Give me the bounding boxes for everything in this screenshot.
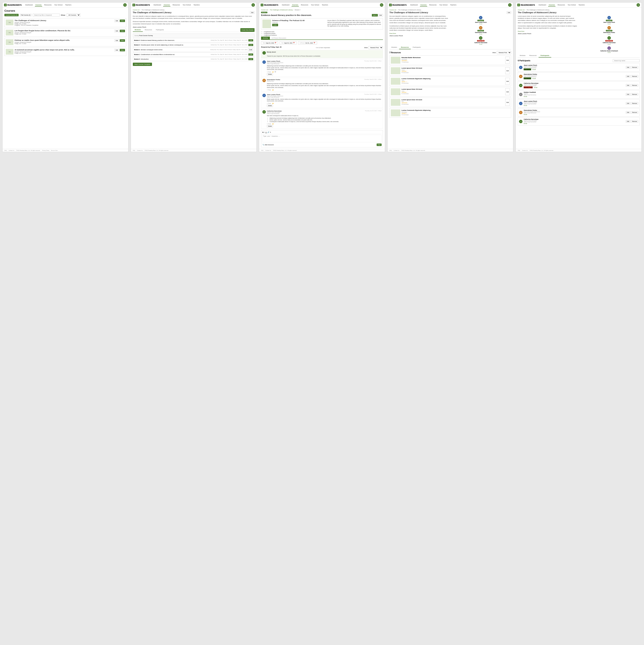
nav-dashboard-5[interactable]: Dashboard [538, 4, 547, 7]
footer-contact-1[interactable]: Contact Us [9, 150, 14, 151]
part-remove-4[interactable]: Remove [631, 102, 638, 104]
part-remove-1[interactable]: Remove [631, 75, 638, 77]
footer-contact-3[interactable]: Contact Us [265, 150, 271, 151]
date-end-3[interactable]: Due Sept 30, 2022 📅 [280, 41, 296, 44]
read-more-4[interactable]: Read More [390, 33, 396, 34]
module-status-0[interactable]: Live [248, 39, 253, 41]
tab-resources-4[interactable]: Resources [399, 46, 411, 49]
podcast-listen-btn[interactable]: Listen [272, 24, 278, 26]
view-btn-1[interactable]: View [120, 30, 125, 32]
search-input-1[interactable] [33, 14, 60, 16]
nav-resources-1[interactable]: Resources [44, 4, 52, 7]
part-edit-3[interactable]: Edit [626, 93, 630, 95]
part-edit-0[interactable]: Edit [626, 66, 630, 68]
like-action-4[interactable]: 👍 [272, 123, 273, 125]
sidebar-link-5-1[interactable]: Email [608, 33, 611, 35]
current-courses-btn[interactable]: Current Courses (4) [4, 14, 19, 16]
nav-dashboard-1[interactable]: Dashboard [25, 4, 33, 7]
breadcrumb-link-2a[interactable]: Course List [133, 9, 140, 11]
nav-resources-2[interactable]: Resources [172, 4, 180, 7]
tab-resources-5[interactable]: Resources [527, 54, 539, 57]
part-remove-5[interactable]: Remove [631, 111, 638, 114]
bc5a[interactable]: Course List [518, 9, 524, 11]
nav-teachers-3[interactable]: Teachers [321, 4, 329, 7]
reply-action-1[interactable]: ↩ Reply [267, 71, 271, 72]
nav-courses-5[interactable]: Courses [548, 4, 556, 7]
tab-inperson-3[interactable]: In-Person Discussion [270, 37, 288, 39]
module-status-3[interactable]: Live [248, 53, 253, 55]
footer-faq-4[interactable]: FAQ [390, 150, 392, 151]
sidebar-link-5-3[interactable]: Email [608, 52, 611, 53]
part-link-1[interactable]: Email [532, 78, 536, 79]
delete-btn-4[interactable]: Delete [267, 125, 273, 128]
part-edit-1[interactable]: Edit [626, 75, 630, 77]
part-edit-2[interactable]: Edit [626, 84, 630, 86]
nav-teachers-2[interactable]: Teachers [193, 4, 200, 7]
tab-participants-4[interactable]: Participants [411, 46, 423, 49]
nav-yourschool-1[interactable]: Your School [54, 4, 63, 7]
show-select-1[interactable]: All Courses [67, 13, 80, 17]
tab-resources-2[interactable]: Resources [143, 28, 154, 32]
part-link-5[interactable]: Email [523, 114, 527, 115]
participant-search-5[interactable] [613, 59, 640, 62]
tab-modules-4[interactable]: Modules [390, 46, 399, 49]
edit-btn-2[interactable]: Edit [115, 39, 119, 42]
tab-activity-3[interactable]: Activity [261, 37, 270, 39]
like-action-3[interactable]: 👍 [272, 102, 273, 104]
view-btn-2[interactable]: View [120, 39, 125, 42]
part-link-3[interactable]: Email [523, 96, 527, 97]
delete-btn-1[interactable]: Delete [267, 73, 273, 75]
nav-teachers-4[interactable]: Teachers [450, 4, 457, 7]
reply-action-2[interactable]: ↩ Reply [267, 89, 271, 90]
delete-btn-3[interactable]: Delete [267, 104, 273, 107]
nav-yourschool-5[interactable]: Your School [567, 4, 576, 7]
bc3a[interactable]: Course List [261, 9, 268, 11]
edit-btn-1[interactable]: Edit [115, 30, 119, 32]
format-list[interactable]: ≡ [270, 132, 271, 133]
footer-contact-5[interactable]: Contact Us [522, 150, 528, 151]
footer-contact-2[interactable]: Contact Us [137, 150, 143, 151]
part-link-0[interactable]: Email [532, 69, 536, 70]
edit-resource-3[interactable]: Edit [505, 88, 510, 95]
nav-yourschool-4[interactable]: Your School [439, 4, 448, 7]
flat-courses-btn[interactable]: Flat Courses (0) [20, 14, 32, 16]
view-btn-0[interactable]: View [120, 20, 125, 22]
edit-btn-module-3[interactable]: Edit [378, 14, 383, 16]
part-remove-6[interactable]: Remove [631, 120, 638, 123]
edit-resource-2[interactable]: Edit [505, 78, 510, 85]
module-status-2[interactable]: Draft [248, 48, 253, 51]
edit-btn-3[interactable]: Edit [115, 49, 119, 51]
part-remove-2[interactable]: Remove [631, 84, 638, 86]
part-edit-4[interactable]: Edit [626, 102, 630, 104]
part-edit-5[interactable]: Edit [626, 111, 630, 114]
tab-modules-2[interactable]: Modules [133, 28, 143, 32]
bc4a[interactable]: Course List [390, 9, 396, 11]
tab-modules-5[interactable]: Modules [518, 54, 527, 57]
sidebar-link-4-1[interactable]: Email [479, 33, 482, 35]
view-btn-3[interactable]: View [120, 49, 125, 51]
response-textarea-3[interactable] [262, 135, 382, 142]
live-btn-3[interactable]: Live ▾ [372, 14, 378, 16]
nav-resources-5[interactable]: Resources [557, 4, 566, 7]
footer-faq-2[interactable]: FAQ [133, 150, 135, 151]
mark-complete-btn[interactable]: Mark Course Complete [133, 63, 152, 66]
reply-action-4[interactable]: ↩ Reply [267, 123, 271, 125]
format-u[interactable]: U [265, 132, 267, 133]
date-start-3[interactable]: Start Sept 23, 2022 📅 [261, 41, 278, 44]
format-b[interactable]: B [262, 132, 263, 133]
reply-action-3[interactable]: ↩ Reply [267, 102, 271, 104]
like-action-2[interactable]: 👍 [272, 89, 273, 90]
edit-btn-0[interactable]: Edit [115, 20, 119, 22]
footer-privacy-1[interactable]: Privacy Policy [42, 150, 49, 151]
sidebar-link-5-2[interactable]: Email [608, 44, 611, 45]
tab-participants-5[interactable]: Participants [539, 54, 551, 57]
edit-resource-1[interactable]: Edit [505, 67, 510, 74]
nav-courses-2[interactable]: Courses [163, 4, 170, 7]
nav-resources-3[interactable]: Resources [300, 4, 309, 7]
sidebar-link-4-2[interactable]: Email [479, 44, 482, 45]
part-remove-0[interactable]: Remove [631, 66, 638, 68]
module-status-4[interactable]: Live [248, 58, 253, 60]
footer-contact-4[interactable]: Contact Us [394, 150, 399, 151]
nav-dashboard-2[interactable]: Dashboard [153, 4, 162, 7]
edit-btn-4[interactable]: Edit [506, 11, 511, 14]
